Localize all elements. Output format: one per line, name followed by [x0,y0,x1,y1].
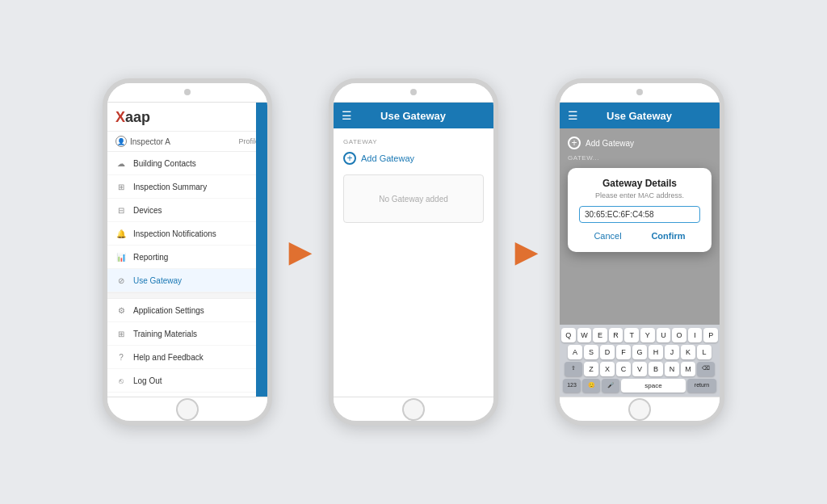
logo-bar: Xaap [107,103,267,132]
add-gateway-button-2[interactable]: + Add Gateway [343,152,484,165]
settings-icon: ⚙ [115,304,127,316]
menu-item-label: Devices [133,206,162,215]
dialog-subtitle: Please enter MAC address. [579,191,700,200]
key-U[interactable]: U [657,328,671,342]
confirm-button[interactable]: Confirm [644,229,691,242]
key-V[interactable]: V [632,362,647,376]
phone2-camera [410,89,417,95]
menu-item-devices[interactable]: ⊟ Devices [107,199,267,222]
menu-item-use-gateway[interactable]: ⊘ Use Gateway [107,269,267,292]
key-K[interactable]: K [681,345,695,359]
key-Z[interactable]: Z [584,362,598,376]
mic-key[interactable]: 🎤 [602,379,619,393]
home-button-3[interactable] [628,398,651,421]
arrow-2: ► [498,233,555,271]
gateway3-screen: ☰ Use Gateway + Add Gateway GATEW... Gat… [560,103,720,397]
gateway-section-label-3: GATEW... [568,154,712,162]
keyboard-row-2: A S D F G H J K L [561,345,718,359]
key-N[interactable]: N [665,362,679,376]
keyboard-row-3: ⇧ Z X C V B N M ⌫ [561,362,718,376]
phone3-notch [560,83,720,103]
gateway3-content: + Add Gateway GATEW... Gateway Details P… [560,128,720,325]
menu-divider [107,292,267,299]
key-Y[interactable]: Y [640,328,655,342]
emoji-key[interactable]: 😊 [582,379,600,393]
key-H[interactable]: H [649,345,663,359]
logo-aap: aap [125,109,150,125]
key-T[interactable]: T [624,328,639,342]
key-E[interactable]: E [593,328,607,342]
phone-2: ☰ Use Gateway GATEWAY + Add Gateway No G… [329,78,498,426]
menu-item-reporting[interactable]: 📊 Reporting [107,246,267,269]
devices-icon: ⊟ [115,204,127,216]
phone1-notch [107,83,267,103]
right-arrow-icon-2: ► [507,233,546,271]
key-G[interactable]: G [632,345,647,359]
key-O[interactable]: O [672,328,686,342]
add-gateway-row-3: + Add Gateway [568,136,712,149]
menu-item-inspection-notifications[interactable]: 🔔 Inspection Notifications [107,222,267,246]
phone1-home [107,397,267,421]
header-title-2: Use Gateway [359,110,468,122]
key-F[interactable]: F [616,345,631,359]
key-B[interactable]: B [649,362,663,376]
menu-item-help[interactable]: ? Help and Feedback [107,346,267,369]
phone-1: Xaap 👤 Inspector A Profile ☁ Building Co… [103,78,272,426]
key-P[interactable]: P [703,328,718,342]
key-X[interactable]: X [600,362,615,376]
menu-screen: Xaap 👤 Inspector A Profile ☁ Building Co… [107,103,267,397]
key-I[interactable]: I [688,328,703,342]
logo-x: X [115,109,125,125]
key-S[interactable]: S [584,345,598,359]
delete-key[interactable]: ⌫ [697,362,715,376]
phone1-camera [184,89,191,95]
hamburger-icon-3[interactable]: ☰ [568,109,578,122]
menu-item-app-settings[interactable]: ⚙ Application Settings [107,299,267,322]
home-button[interactable] [176,398,199,421]
gateway-dialog: Gateway Details Please enter MAC address… [568,168,712,252]
help-icon: ? [115,351,127,363]
app-header-3: ☰ Use Gateway [560,103,720,128]
profile-name: Inspector A [130,137,170,146]
blue-stripe [256,103,267,397]
key-R[interactable]: R [609,328,623,342]
arrow-1: ► [272,233,329,271]
return-key[interactable]: return [687,379,716,393]
key-D[interactable]: D [600,345,615,359]
shift-key[interactable]: ⇧ [565,362,582,376]
phone3-home [560,397,720,421]
app-logo: Xaap [115,109,150,126]
menu-item-logout[interactable]: ⎋ Log Out [107,369,267,393]
menu-item-label: Application Settings [133,306,204,315]
menu-item-label: Help and Feedback [133,353,204,362]
add-gateway-label-2: Add Gateway [361,153,414,163]
key-M[interactable]: M [681,362,695,376]
training-icon: ⊞ [115,328,127,339]
key-A[interactable]: A [568,345,582,359]
menu-item-training[interactable]: ⊞ Training Materials [107,322,267,346]
plus-icon-3: + [568,136,581,149]
home-button-2[interactable] [402,398,425,421]
key-J[interactable]: J [665,345,679,359]
profile-bar: 👤 Inspector A Profile [107,132,267,152]
keyboard-row-4: 123 😊 🎤 space return [561,379,718,393]
phone-3: ☰ Use Gateway + Add Gateway GATEW... Gat… [555,78,724,426]
gateway-screen: ☰ Use Gateway GATEWAY + Add Gateway No G… [334,103,493,397]
keyboard-row-1: Q W E R T Y U O I P [561,328,718,342]
key-W[interactable]: W [577,328,592,342]
menu-item-inspection-summary[interactable]: ⊞ Inspection Summary [107,175,267,199]
key-L[interactable]: L [697,345,712,359]
phone1-screen: Xaap 👤 Inspector A Profile ☁ Building Co… [107,103,267,397]
right-arrow-icon: ► [281,233,320,271]
cancel-button[interactable]: Cancel [587,229,628,242]
space-key[interactable]: space [621,379,686,393]
logout-icon: ⎋ [115,375,127,386]
menu-item-label: Reporting [133,253,168,262]
numbers-key[interactable]: 123 [563,379,581,393]
menu-item-building-contacts[interactable]: ☁ Building Contacts [107,152,267,175]
key-C[interactable]: C [616,362,631,376]
hamburger-icon[interactable]: ☰ [342,109,352,122]
key-Q[interactable]: Q [561,328,576,342]
dialog-title: Gateway Details [579,178,700,189]
mac-address-input[interactable] [579,206,700,223]
